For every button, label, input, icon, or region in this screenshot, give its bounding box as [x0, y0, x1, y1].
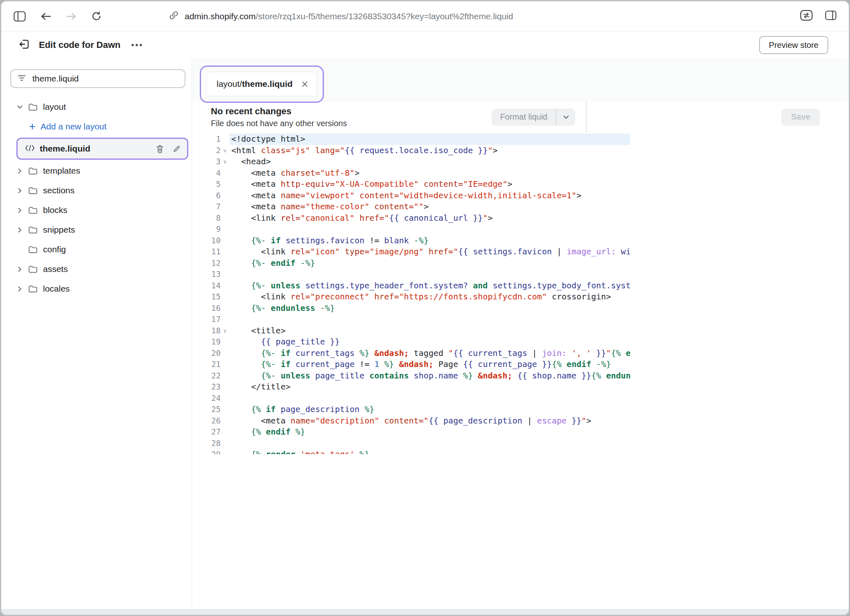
code-line[interactable]: 23 </title> [200, 381, 630, 393]
format-options-chevron-icon[interactable] [556, 109, 575, 126]
url-host: admin.shopify.com [185, 11, 256, 21]
editor-panel: No recent changes File does not have any… [192, 102, 849, 609]
folder-icon [28, 246, 38, 254]
close-tab-icon[interactable] [302, 81, 308, 87]
code-line[interactable]: 14 {%- unless settings.type_header_font.… [200, 280, 630, 292]
code-text: <!doctype html> [229, 134, 630, 145]
search-input[interactable] [32, 73, 178, 84]
fold-chevron-icon[interactable]: ∨ [221, 325, 229, 337]
code-text [229, 393, 630, 404]
fold-spacer [221, 179, 229, 190]
chevron-right-icon[interactable] [17, 286, 23, 292]
chevron-right-icon[interactable] [17, 267, 23, 272]
line-number: 3 [200, 156, 221, 168]
file-search-box[interactable] [10, 69, 185, 88]
sidebar-item-locales[interactable]: locales [10, 279, 188, 299]
extensions-icon[interactable] [800, 10, 813, 23]
chevron-right-icon[interactable] [17, 168, 23, 174]
code-line[interactable]: 5 <meta http-equiv="X-UA-Compatible" con… [200, 179, 630, 190]
sidebar-item-layout[interactable]: layout [10, 97, 188, 117]
code-line[interactable]: 15 <link rel="preconnect" href="https://… [200, 291, 630, 303]
line-number: 6 [200, 190, 221, 202]
reload-icon[interactable] [91, 11, 102, 21]
code-line[interactable]: 29 {% render 'meta-tags' %} [200, 449, 630, 454]
code-text: <meta charset="utf-8"> [229, 168, 630, 179]
code-text: <head> [229, 156, 630, 168]
code-line[interactable]: 3∨ <head> [200, 156, 630, 168]
code-line[interactable]: 22 {%- unless page_title contains shop.n… [200, 370, 630, 382]
code-line[interactable]: 7 <meta name="theme-color" content=""> [200, 201, 630, 213]
code-region[interactable]: 1<!doctype html>2∨<html class="js" lang=… [192, 132, 849, 454]
sidebar-item-blocks[interactable]: blocks [10, 200, 188, 220]
code-line[interactable]: 11 <link rel="icon" type="image/png" hre… [200, 246, 630, 258]
code-line[interactable]: 12 {%- endif -%} [200, 258, 630, 269]
fold-spacer [221, 381, 229, 393]
code-line[interactable]: 13 [200, 269, 630, 280]
tab-layout-theme-liquid[interactable]: layout/theme.liquid [206, 72, 317, 96]
line-number: 2 [200, 145, 221, 156]
code-line[interactable]: 1<!doctype html> [200, 134, 630, 145]
code-text: {%- if settings.favicon != blank -%} [229, 235, 630, 247]
more-actions-icon[interactable] [131, 43, 142, 47]
sidebar-item-theme-liquid[interactable]: theme.liquid [16, 138, 188, 160]
sidebar-toggle-icon[interactable] [14, 11, 26, 22]
code-line[interactable]: 24 [200, 393, 630, 404]
code-text: {%- unless page_title contains shop.name… [229, 370, 630, 382]
code-text: <html class="js" lang="{{ request.locale… [229, 145, 630, 156]
code-line[interactable]: 8 <link rel="canonical" href="{{ canonic… [200, 213, 630, 224]
code-line[interactable]: 17 [200, 314, 630, 325]
code-line[interactable]: 26 <meta name="description" content="{{ … [200, 415, 630, 427]
chevron-right-icon[interactable] [17, 188, 23, 193]
sidebar-item-config[interactable]: config [10, 240, 188, 259]
code-line[interactable]: 18∨ <title> [200, 325, 630, 337]
save-button[interactable]: Save [781, 109, 820, 126]
line-number: 28 [200, 438, 221, 449]
code-line[interactable]: 6 <meta name="viewport" content="width=d… [200, 190, 630, 202]
fold-spacer [221, 246, 229, 258]
line-number: 15 [200, 291, 221, 303]
code-line[interactable]: 19 {{ page_title }} [200, 336, 630, 348]
code-line[interactable]: 28 [200, 438, 630, 449]
folder-icon [28, 187, 38, 195]
add-new-layout-link[interactable]: Add a new layout [10, 117, 188, 136]
preview-store-button[interactable]: Preview store [759, 36, 828, 54]
chevron-down-icon[interactable] [17, 105, 23, 109]
line-number: 20 [200, 348, 221, 359]
delete-file-icon[interactable] [156, 145, 164, 153]
rename-file-icon[interactable] [173, 145, 181, 153]
address-bar[interactable]: admin.shopify.com/store/rzq1xu-f5/themes… [169, 11, 513, 22]
sidebar-item-sections[interactable]: sections [10, 181, 188, 200]
code-text: <meta name="theme-color" content=""> [229, 201, 630, 213]
code-line[interactable]: 10 {%- if settings.favicon != blank -%} [200, 235, 630, 247]
browser-window: admin.shopify.com/store/rzq1xu-f5/themes… [0, 0, 850, 616]
code-line[interactable]: 9 [200, 224, 630, 235]
code-line[interactable]: 16 {%- endunless -%} [200, 303, 630, 314]
code-line[interactable]: 4 <meta charset="utf-8"> [200, 168, 630, 179]
line-number: 12 [200, 258, 221, 269]
forward-icon[interactable] [66, 12, 77, 21]
fold-spacer [221, 134, 229, 145]
selected-file-label: theme.liquid [40, 144, 90, 154]
code-line[interactable]: 2∨<html class="js" lang="{{ request.loca… [200, 145, 630, 156]
back-icon[interactable] [41, 12, 51, 21]
exit-icon[interactable] [18, 38, 30, 52]
fold-chevron-icon[interactable]: ∨ [221, 145, 229, 156]
code-line[interactable]: 21 {%- if current_page != 1 %} &ndash; P… [200, 359, 630, 370]
code-line[interactable]: 25 {% if page_description %} [200, 404, 630, 415]
sidebar-item-templates[interactable]: templates [10, 161, 188, 181]
code-text: {{ page_title }} [229, 336, 630, 348]
status-subtitle: File does not have any other versions [211, 119, 347, 128]
code-line[interactable]: 27 {% endif %} [200, 426, 630, 438]
code-line[interactable]: 20 {%- if current_tags %} &ndash; tagged… [200, 348, 630, 359]
fold-chevron-icon[interactable]: ∨ [221, 156, 229, 168]
chevron-right-icon[interactable] [17, 227, 23, 233]
line-number: 22 [200, 370, 221, 382]
fold-spacer [221, 426, 229, 438]
format-liquid-button[interactable]: Format liquid [492, 109, 556, 126]
chevron-right-icon[interactable] [17, 208, 23, 213]
line-number: 14 [200, 280, 221, 292]
line-number: 18 [200, 325, 221, 337]
sidebar-item-assets[interactable]: assets [10, 259, 188, 279]
panel-right-icon[interactable] [825, 10, 836, 22]
sidebar-item-snippets[interactable]: snippets [10, 220, 188, 240]
